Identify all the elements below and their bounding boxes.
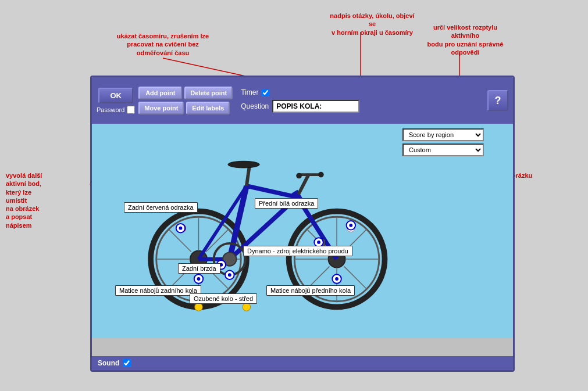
sound-checkbox[interactable] [123, 359, 131, 367]
timer-label: Timer [241, 88, 258, 96]
label-matice-zadniho: Matice nábojů zadního kola [115, 285, 201, 296]
label-predni-bila: Přední bílá odrazka [255, 198, 318, 209]
add-point-button[interactable]: Add point [138, 87, 182, 99]
toolbar-buttons: Add point Delete point Move point Edit l… [138, 87, 233, 114]
svg-point-54 [349, 224, 352, 227]
dropdowns-area: Score by region Custom [402, 128, 484, 156]
svg-line-42 [247, 166, 250, 186]
label-matice-predniho: Matice nábojů předního kola [266, 285, 355, 296]
question-input[interactable] [272, 100, 359, 113]
annotation-timer: ukázat časomíru, zrušením lze pracovat n… [116, 32, 209, 57]
help-button[interactable]: ? [487, 90, 508, 111]
svg-point-41 [296, 173, 302, 179]
toolbar-row-2: Move point Edit labels [138, 102, 233, 114]
score-by-region-select[interactable]: Score by region [402, 128, 484, 141]
question-row: Question [241, 100, 359, 113]
bottom-bar: Sound [92, 356, 513, 370]
svg-point-49 [195, 303, 203, 311]
svg-line-32 [247, 186, 297, 197]
custom-select[interactable]: Custom [402, 144, 484, 156]
svg-point-52 [179, 227, 183, 230]
svg-point-56 [317, 241, 320, 244]
toolbar-row-1: Add point Delete point [138, 87, 233, 99]
label-zadni-cervena: Zadní červená odrazka [124, 202, 198, 213]
password-checkbox[interactable] [127, 106, 135, 114]
annotation-add: vyvolá dalšíaktivní bod,který lzeumístit… [6, 171, 42, 229]
svg-point-62 [228, 273, 231, 277]
toolbar-left: OK Password [97, 88, 135, 114]
label-dynamo: Dynamo - zdroj elektrického proudu [243, 246, 352, 256]
app-window: OK Password Add point Delete point Move … [90, 76, 515, 372]
annotation-scatter: určí velikost rozptylu aktivníhobodu pro… [419, 23, 512, 56]
edit-labels-button[interactable]: Edit labels [186, 102, 230, 114]
svg-point-50 [243, 303, 251, 311]
move-point-button[interactable]: Move point [138, 102, 184, 114]
password-label: Password [97, 106, 124, 113]
svg-point-60 [197, 277, 201, 281]
svg-point-64 [335, 277, 338, 281]
question-label: Question [241, 102, 269, 110]
toolbar: OK Password Add point Delete point Move … [92, 77, 513, 124]
timer-row: Timer [241, 88, 359, 96]
svg-point-40 [318, 172, 324, 178]
ok-button[interactable]: OK [98, 88, 133, 103]
label-zadni-brzda: Zadní brzda [178, 263, 220, 274]
annotation-question: nadpis otázky, úkolu, objeví sev horním … [326, 12, 419, 37]
svg-point-43 [228, 161, 259, 168]
password-row: Password [97, 106, 135, 114]
toolbar-right: Timer Question [241, 88, 359, 113]
sound-label: Sound [98, 359, 119, 367]
timer-checkbox[interactable] [262, 89, 269, 96]
delete-point-button[interactable]: Delete point [184, 87, 233, 99]
label-ozubene-kolo: Ozubené kolo - střed [190, 293, 257, 304]
